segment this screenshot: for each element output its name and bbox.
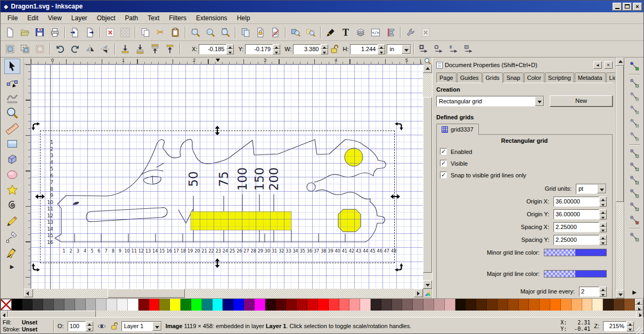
minimize-button[interactable] xyxy=(613,3,622,11)
snap-visible-checkbox[interactable]: ✓ xyxy=(440,172,447,178)
palette-swatch[interactable] xyxy=(128,299,138,311)
redo-button[interactable] xyxy=(118,26,133,39)
spacing-y-field[interactable]: 2.25000 xyxy=(553,235,599,245)
calligraphy-button[interactable] xyxy=(4,244,20,259)
snap-smooth-nodes-button[interactable] xyxy=(627,200,641,213)
measure-button[interactable] xyxy=(4,120,20,136)
fill-stroke-dialog-button[interactable] xyxy=(323,26,338,39)
palette-swatch[interactable] xyxy=(170,299,181,311)
raise-to-top-button[interactable] xyxy=(162,42,177,56)
tab-color[interactable]: Color xyxy=(524,72,544,83)
snap-midpoints-button[interactable] xyxy=(627,213,641,226)
import-button[interactable] xyxy=(68,26,83,39)
tab-license[interactable]: License xyxy=(606,72,615,83)
menu-help[interactable]: Help xyxy=(232,13,255,23)
snap-bbox-edge-midpoints-button[interactable] xyxy=(627,116,641,129)
palette-swatch[interactable] xyxy=(392,299,403,311)
duplicate-button[interactable] xyxy=(238,26,253,39)
tab-metadata[interactable]: Metadata xyxy=(575,72,606,83)
major-grid-color-swatch[interactable] xyxy=(544,270,607,278)
visible-checkbox[interactable]: ✓ xyxy=(440,160,447,167)
dock-collapse-button[interactable]: ◂ xyxy=(593,61,602,69)
height-spinner[interactable] xyxy=(378,44,385,54)
palette-swatch[interactable] xyxy=(318,299,329,311)
scroll-up-icon[interactable] xyxy=(423,64,432,73)
palette-swatch[interactable] xyxy=(476,299,487,311)
palette-swatch[interactable] xyxy=(307,299,318,311)
palette-swatch[interactable] xyxy=(466,299,476,311)
palette-swatch[interactable] xyxy=(107,299,117,311)
palette-swatch[interactable] xyxy=(624,299,635,311)
snap-bbox-corners-button[interactable] xyxy=(627,103,641,116)
snap-object-centers-button[interactable] xyxy=(627,230,641,243)
tab-grids[interactable]: Grids xyxy=(483,72,503,83)
node-editor-button[interactable] xyxy=(4,74,20,89)
palette-swatch[interactable] xyxy=(603,299,614,311)
palette-swatch[interactable] xyxy=(117,299,128,311)
lock-ratio-icon[interactable] xyxy=(330,44,338,54)
palette-swatch[interactable] xyxy=(614,299,624,311)
palette-swatch[interactable] xyxy=(191,299,202,311)
origin-y-field[interactable]: 36.00000 xyxy=(553,209,599,219)
vertical-scrollbar[interactable] xyxy=(423,64,432,289)
document-properties-button[interactable] xyxy=(418,26,433,39)
undo-button[interactable] xyxy=(103,26,118,39)
palette-swatch[interactable] xyxy=(276,299,287,311)
menu-text[interactable]: Text xyxy=(143,13,164,23)
layer-lock-icon[interactable] xyxy=(110,322,118,330)
menu-view[interactable]: View xyxy=(43,13,67,23)
scroll-right-icon[interactable] xyxy=(414,289,423,297)
palette-swatch[interactable] xyxy=(202,299,213,311)
palette-swatch[interactable] xyxy=(159,299,170,311)
select-all-layers-button[interactable] xyxy=(18,42,32,56)
bezier-pen-button[interactable] xyxy=(4,229,20,244)
snap-nodes-button[interactable] xyxy=(627,146,641,160)
skew-handle-bottom[interactable] xyxy=(215,258,223,267)
snap-bounding-box-button[interactable] xyxy=(627,76,641,89)
tab-page[interactable]: Page xyxy=(436,72,456,83)
fill-stroke-indicator[interactable]: Fill:Unset Stroke:Unset xyxy=(3,319,50,333)
palette-swatch[interactable] xyxy=(244,299,255,311)
grid-units-dropdown[interactable]: pt xyxy=(576,184,607,194)
units-dropdown[interactable]: in xyxy=(387,44,411,54)
spacing-y-spinner[interactable] xyxy=(599,235,607,245)
snap-paths-button[interactable] xyxy=(627,160,641,173)
minor-grid-color-swatch[interactable] xyxy=(544,249,607,256)
dock-scrollbar[interactable] xyxy=(615,58,624,298)
copy-button[interactable] xyxy=(138,26,153,39)
move-patterns-button[interactable] xyxy=(461,42,476,56)
skew-handle-top[interactable] xyxy=(215,126,223,134)
palette-swatch-none[interactable] xyxy=(1,299,12,311)
palette-swatch[interactable] xyxy=(519,299,529,311)
menu-filters[interactable]: Filters xyxy=(164,13,191,23)
ruler-corner[interactable] xyxy=(24,58,31,64)
origin-x-spinner[interactable] xyxy=(599,197,607,207)
palette-swatch[interactable] xyxy=(329,299,339,311)
spacing-x-field[interactable]: 2.25000 xyxy=(553,222,599,232)
palette-swatch[interactable] xyxy=(423,299,434,311)
print-button[interactable] xyxy=(47,26,62,39)
tab-snap[interactable]: Snap xyxy=(503,72,524,83)
toolbox-overflow-icon[interactable]: ▶ xyxy=(10,264,14,270)
tab-scripting[interactable]: Scripting xyxy=(545,72,574,83)
rotate-handle-nw[interactable] xyxy=(31,122,40,131)
origin-y-spinner[interactable] xyxy=(599,209,607,219)
menu-layer[interactable]: Layer xyxy=(67,13,92,23)
horizontal-scrollbar[interactable] xyxy=(24,289,432,298)
menu-file[interactable]: File xyxy=(3,13,22,23)
edit-find-button[interactable] xyxy=(303,26,318,39)
palette-swatch[interactable] xyxy=(402,299,413,311)
close-button[interactable]: × xyxy=(633,3,642,11)
clone-button[interactable] xyxy=(253,26,268,39)
y-spinner[interactable] xyxy=(273,44,280,54)
palette-swatch[interactable] xyxy=(22,299,33,311)
palette-swatch[interactable] xyxy=(360,299,371,311)
palette-swatch[interactable] xyxy=(96,299,107,311)
dock-close-button[interactable]: × xyxy=(604,61,613,69)
pencil-button[interactable] xyxy=(4,213,20,229)
cut-button[interactable]: ✂ xyxy=(153,26,168,39)
snap-enabled-button[interactable] xyxy=(627,59,641,72)
palette-swatch[interactable] xyxy=(540,299,550,311)
grid-type-dropdown[interactable]: Rectangular grid xyxy=(436,96,544,107)
layer-visibility-icon[interactable] xyxy=(97,323,107,330)
